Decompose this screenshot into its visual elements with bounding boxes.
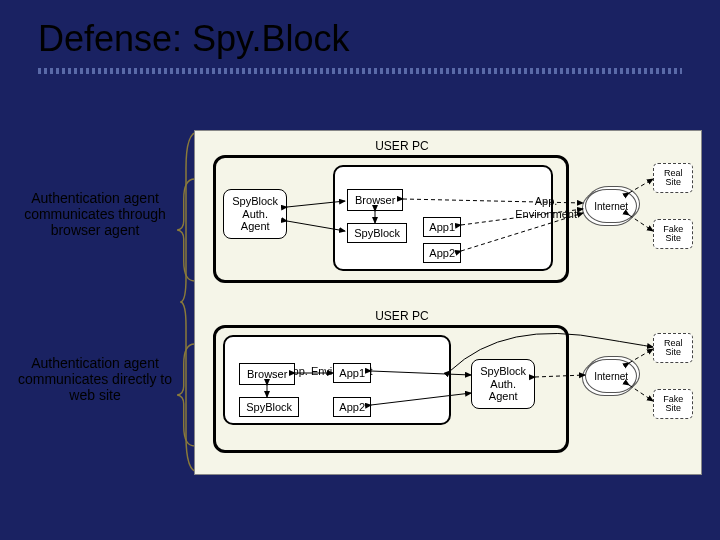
- svg-line-6: [629, 179, 653, 193]
- internet-cloud-a: Internet: [585, 189, 637, 223]
- spyblock-auth-agent-a: SpyBlock Auth. Agent: [223, 189, 287, 239]
- real-site-a: Real Site: [653, 163, 693, 193]
- real-site-b: Real Site: [653, 333, 693, 363]
- app-env-label-a: App. Environment: [515, 195, 577, 220]
- spyblock-box-a: SpyBlock: [347, 223, 407, 243]
- browser-box-b: Browser: [239, 363, 295, 385]
- content-area: Authentication agent communicates throug…: [10, 130, 702, 475]
- captions-column: Authentication agent communicates throug…: [10, 130, 194, 475]
- app2-box-a: App2: [423, 243, 461, 263]
- scenario-b: USER PC App. Environment Browser SpyBloc…: [205, 309, 691, 469]
- svg-line-14: [629, 385, 653, 401]
- app2-box-b: App2: [333, 397, 371, 417]
- slide-title: Defense: Spy.Block: [0, 0, 720, 68]
- caption-through-browser: Authentication agent communicates throug…: [10, 190, 180, 238]
- fake-site-b: Fake Site: [653, 389, 693, 419]
- spyblock-box-b: SpyBlock: [239, 397, 299, 417]
- browser-box-a: Browser: [347, 189, 403, 211]
- caption-direct-to-site: Authentication agent communicates direct…: [10, 355, 180, 403]
- app1-box-b: App1: [333, 363, 371, 383]
- userpc-label-b: USER PC: [375, 309, 428, 323]
- app1-box-a: App1: [423, 217, 461, 237]
- spyblock-auth-agent-b: SpyBlock Auth. Agent: [471, 359, 535, 409]
- svg-line-13: [629, 349, 653, 363]
- fake-site-a: Fake Site: [653, 219, 693, 249]
- title-underline: [38, 68, 682, 74]
- internet-cloud-b: Internet: [585, 359, 637, 393]
- scenario-a: USER PC SpyBlock Auth. Agent App. Enviro…: [205, 139, 691, 299]
- diagram-panel: USER PC SpyBlock Auth. Agent App. Enviro…: [194, 130, 702, 475]
- svg-line-7: [629, 215, 653, 231]
- userpc-label-a: USER PC: [375, 139, 428, 153]
